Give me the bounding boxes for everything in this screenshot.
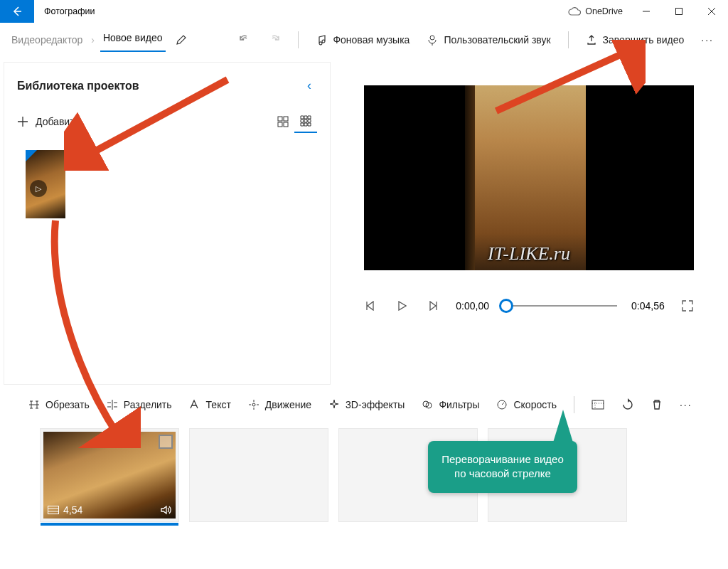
separator xyxy=(568,31,569,48)
svg-rect-2 xyxy=(278,117,282,121)
video-corner-badge xyxy=(26,150,37,161)
motion-icon xyxy=(248,399,259,410)
minimize-button[interactable] xyxy=(630,0,663,23)
top-toolbar: Видеоредактор › Новое видео Фоновая музы… xyxy=(0,23,728,57)
delete-button[interactable] xyxy=(644,395,670,415)
step-forward-icon xyxy=(428,301,438,311)
music-icon xyxy=(316,34,327,46)
cloud-icon xyxy=(568,7,581,16)
speaker-icon xyxy=(160,504,171,516)
text-icon xyxy=(189,399,200,410)
total-time: 0:04,56 xyxy=(631,300,665,312)
export-icon xyxy=(586,34,597,46)
onedrive-status[interactable]: OneDrive xyxy=(568,6,630,16)
rotate-icon xyxy=(621,398,634,411)
trim-button[interactable]: Обрезать xyxy=(21,395,97,415)
minimize-icon xyxy=(643,8,650,15)
text-button[interactable]: Текст xyxy=(182,395,238,415)
mic-icon xyxy=(427,34,438,46)
separator xyxy=(298,31,299,48)
app-title: Фотографии xyxy=(34,6,568,16)
3d-effects-button[interactable]: 3D-эффекты xyxy=(321,395,412,415)
resize-button[interactable] xyxy=(584,395,611,414)
clip-audio-icon[interactable] xyxy=(160,504,171,516)
maximize-icon xyxy=(675,8,682,15)
film-icon xyxy=(48,506,59,514)
clip-checkbox[interactable] xyxy=(159,435,173,449)
video-preview[interactable]: IT-LIKE.ru xyxy=(364,85,694,270)
grid-2x2-icon xyxy=(277,116,289,127)
storyboard-clip[interactable]: 4,54 xyxy=(40,428,179,522)
aspect-icon xyxy=(592,400,604,410)
separator xyxy=(574,396,574,413)
plus-icon xyxy=(17,116,28,127)
back-button[interactable] xyxy=(0,0,34,23)
step-back-icon xyxy=(365,301,375,311)
prev-frame-button[interactable] xyxy=(362,297,379,314)
fullscreen-icon xyxy=(682,300,693,312)
filters-button[interactable]: Фильтры xyxy=(414,395,486,415)
rename-button[interactable] xyxy=(168,30,194,50)
project-library-panel: Библиотека проектов ‹ Добавить ▷ xyxy=(4,63,330,384)
edit-more-button[interactable]: ··· xyxy=(673,395,700,415)
finish-video-button[interactable]: Завершить видео xyxy=(579,30,692,50)
more-button[interactable]: ··· xyxy=(694,30,721,50)
svg-rect-5 xyxy=(284,122,288,127)
redo-icon xyxy=(268,33,281,46)
title-bar: Фотографии OneDrive xyxy=(0,0,728,23)
maximize-button[interactable] xyxy=(663,0,695,23)
undo-icon xyxy=(238,33,251,46)
play-overlay-icon: ▷ xyxy=(30,180,47,197)
trim-icon xyxy=(28,399,40,410)
seek-knob[interactable] xyxy=(499,299,513,313)
custom-audio-button[interactable]: Пользовательский звук xyxy=(419,30,557,50)
grid-3x3-icon xyxy=(300,115,311,127)
seek-slider[interactable] xyxy=(503,305,617,307)
current-time: 0:00,00 xyxy=(456,300,489,312)
bg-music-button[interactable]: Фоновая музыка xyxy=(309,30,417,50)
speed-icon xyxy=(496,399,508,410)
motion-button[interactable]: Движение xyxy=(241,395,318,415)
library-clip-thumbnail[interactable]: ▷ xyxy=(26,150,65,218)
svg-point-6 xyxy=(252,403,255,406)
storyboard-slot-empty[interactable] xyxy=(189,428,328,522)
pencil-icon xyxy=(176,34,187,46)
preview-panel: IT-LIKE.ru 0:00,00 0:04,56 xyxy=(330,57,728,384)
player-controls: 0:00,00 0:04,56 xyxy=(354,297,704,314)
grid-large-button[interactable] xyxy=(272,110,294,133)
project-title[interactable]: Новое видео xyxy=(100,28,166,52)
arrow-left-icon xyxy=(11,6,23,17)
annotation-callout: Переворачивание видео по часовой стрелке xyxy=(428,441,577,493)
clip-duration: 4,54 xyxy=(48,504,82,516)
chevron-right-icon: › xyxy=(88,34,97,46)
preview-frame-image xyxy=(472,85,586,270)
close-button[interactable] xyxy=(695,0,728,23)
play-icon xyxy=(397,301,407,311)
collapse-button[interactable]: ‹ xyxy=(301,75,317,96)
play-button[interactable] xyxy=(393,297,410,314)
clip-progress xyxy=(41,523,178,526)
add-button[interactable]: Добавить xyxy=(17,116,80,127)
svg-rect-0 xyxy=(676,9,682,15)
svg-point-1 xyxy=(430,36,434,40)
svg-rect-11 xyxy=(48,506,59,514)
breadcrumb[interactable]: Видеоредактор xyxy=(9,30,85,50)
svg-rect-10 xyxy=(592,400,604,409)
trash-icon xyxy=(651,399,663,410)
storyboard: 4,54 xyxy=(0,422,728,522)
edit-toolbar: Обрезать Разделить Текст Движение 3D-эфф… xyxy=(0,384,728,422)
fullscreen-button[interactable] xyxy=(679,297,696,314)
redo-button[interactable] xyxy=(261,29,288,50)
main-area: Библиотека проектов ‹ Добавить ▷ IT-LIKE… xyxy=(0,57,728,384)
filters-icon xyxy=(422,399,433,410)
close-icon xyxy=(708,8,715,15)
grid-small-button[interactable] xyxy=(294,110,317,133)
split-button[interactable]: Разделить xyxy=(100,395,179,415)
sparkle-icon xyxy=(328,399,340,410)
rotate-button[interactable] xyxy=(614,394,641,415)
split-icon xyxy=(107,399,118,410)
next-frame-button[interactable] xyxy=(424,297,441,314)
watermark-text: IT-LIKE.ru xyxy=(488,243,570,265)
svg-rect-3 xyxy=(284,117,288,121)
undo-button[interactable] xyxy=(231,29,258,50)
